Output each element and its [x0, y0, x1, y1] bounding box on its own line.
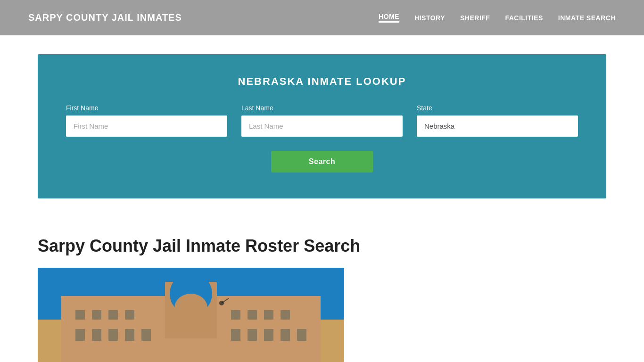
search-btn-row: Search: [66, 151, 578, 173]
svg-rect-6: [75, 329, 85, 341]
first-name-label: First Name: [66, 104, 227, 112]
site-title: SARPY COUNTY JAIL INMATES: [28, 12, 182, 23]
building-image: [38, 268, 344, 362]
svg-rect-14: [281, 329, 290, 341]
nav-item-sheriff[interactable]: SHERIFF: [460, 14, 490, 22]
building-svg: [38, 268, 344, 362]
svg-point-5: [174, 294, 207, 322]
svg-rect-7: [92, 329, 101, 341]
nav-item-history[interactable]: HISTORY: [414, 14, 445, 22]
svg-rect-11: [231, 329, 240, 341]
first-name-input[interactable]: [66, 115, 227, 137]
last-name-label: Last Name: [241, 104, 403, 112]
state-input[interactable]: [417, 115, 578, 137]
main-content: Sarpy County Jail Inmate Roster Search: [0, 217, 644, 362]
section-title: Sarpy County Jail Inmate Roster Search: [38, 236, 606, 256]
first-name-group: First Name: [66, 104, 227, 137]
main-nav: HOME HISTORY SHERIFF FACILITIES INMATE S…: [379, 13, 616, 23]
last-name-group: Last Name: [241, 104, 403, 137]
svg-rect-20: [231, 310, 240, 320]
svg-rect-12: [248, 329, 257, 341]
nav-item-facilities[interactable]: FACILITIES: [505, 14, 543, 22]
svg-rect-8: [108, 329, 118, 341]
search-panel-title: NEBRASKA INMATE LOOKUP: [66, 75, 578, 88]
header: SARPY COUNTY JAIL INMATES HOME HISTORY S…: [0, 0, 644, 35]
svg-rect-23: [281, 310, 290, 320]
nav-item-inmate-search[interactable]: INMATE SEARCH: [558, 14, 616, 22]
svg-rect-16: [75, 310, 85, 320]
search-panel: NEBRASKA INMATE LOOKUP First Name Last N…: [38, 54, 606, 198]
search-button[interactable]: Search: [271, 151, 373, 173]
last-name-input[interactable]: [241, 115, 403, 137]
form-row: First Name Last Name State: [66, 104, 578, 137]
svg-rect-10: [141, 329, 151, 341]
svg-rect-22: [264, 310, 273, 320]
svg-rect-21: [248, 310, 257, 320]
svg-rect-19: [125, 310, 134, 320]
svg-rect-13: [264, 329, 273, 341]
svg-rect-9: [125, 329, 134, 341]
svg-rect-15: [297, 329, 306, 341]
svg-rect-18: [108, 310, 118, 320]
svg-rect-17: [92, 310, 101, 320]
state-group: State: [417, 104, 578, 137]
state-label: State: [417, 104, 578, 112]
nav-item-home[interactable]: HOME: [379, 13, 399, 23]
